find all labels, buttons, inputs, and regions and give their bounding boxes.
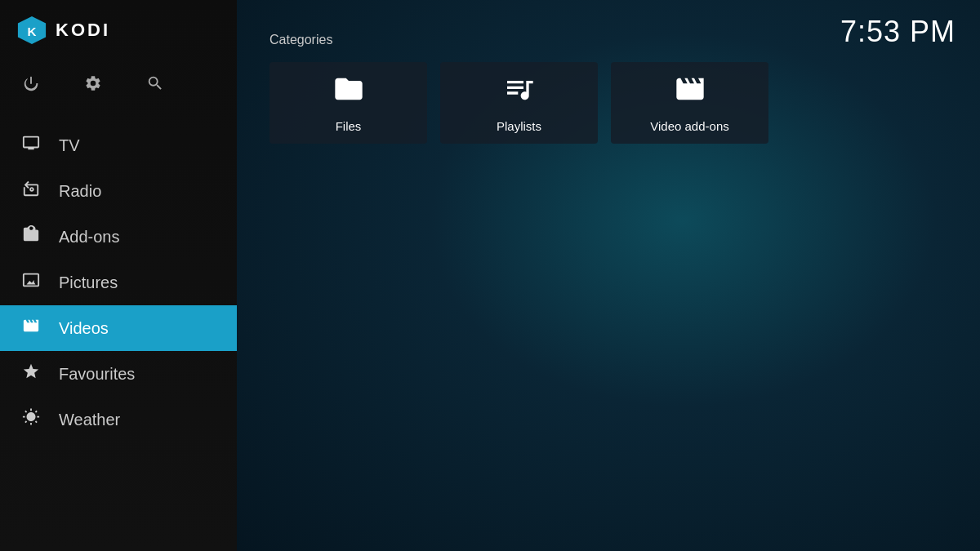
- category-card-files[interactable]: Files: [270, 62, 427, 144]
- sidebar-item-addons-label: Add-ons: [59, 228, 120, 247]
- radio-icon: [20, 180, 42, 202]
- sidebar-item-tv-label: TV: [59, 136, 80, 155]
- sidebar: K KODI: [0, 0, 237, 551]
- category-video-addons-label: Video add-ons: [650, 119, 728, 133]
- sidebar-item-favourites[interactable]: Favourites: [0, 351, 237, 397]
- playlist-icon: [503, 73, 536, 111]
- nav-menu: TV Radio Add-ons: [0, 114, 237, 551]
- sidebar-item-radio-label: Radio: [59, 182, 101, 201]
- sidebar-item-add-ons[interactable]: Add-ons: [0, 214, 237, 260]
- category-files-label: Files: [336, 119, 362, 133]
- search-button[interactable]: [140, 69, 170, 98]
- power-button[interactable]: [16, 69, 46, 98]
- pictures-icon: [20, 271, 42, 294]
- sidebar-item-tv[interactable]: TV: [0, 122, 237, 168]
- sidebar-item-pictures-label: Pictures: [59, 273, 118, 292]
- category-playlists-label: Playlists: [497, 119, 541, 133]
- sidebar-item-pictures[interactable]: Pictures: [0, 260, 237, 305]
- video-addons-icon: [674, 73, 706, 111]
- addons-icon: [20, 225, 42, 248]
- videos-icon: [20, 317, 42, 340]
- category-card-video-addons[interactable]: Video add-ons: [611, 62, 768, 144]
- app-title: KODI: [56, 20, 110, 41]
- sidebar-item-weather[interactable]: Weather: [0, 397, 237, 442]
- clock: 7:53 PM: [840, 15, 956, 49]
- tv-icon: [20, 134, 42, 157]
- weather-icon: [20, 408, 42, 431]
- star-icon: [20, 362, 42, 385]
- category-card-playlists[interactable]: Playlists: [440, 62, 598, 144]
- main-content: 7:53 PM Categories Files Playlists: [237, 0, 980, 551]
- sidebar-item-favourites-label: Favourites: [59, 365, 135, 384]
- svg-text:K: K: [28, 24, 37, 38]
- settings-button[interactable]: [78, 69, 108, 98]
- sidebar-item-videos-label: Videos: [59, 319, 109, 338]
- kodi-logo-icon: K: [16, 15, 47, 46]
- top-toolbar: [0, 60, 237, 114]
- category-grid: Files Playlists Video add-ons: [270, 62, 947, 144]
- folder-icon: [332, 73, 365, 111]
- sidebar-item-videos[interactable]: Videos: [0, 305, 237, 351]
- sidebar-item-weather-label: Weather: [59, 411, 120, 429]
- logo-area: K KODI: [0, 0, 237, 60]
- sidebar-item-radio[interactable]: Radio: [0, 168, 237, 214]
